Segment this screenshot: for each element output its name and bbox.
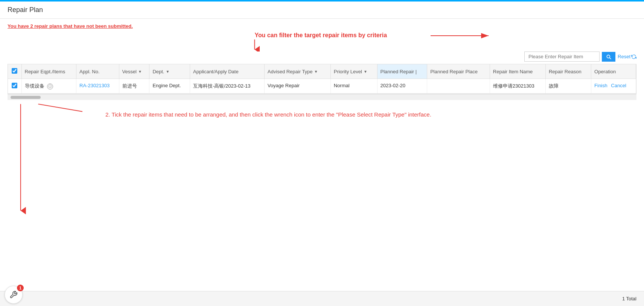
- page-title: Repair Plan: [8, 6, 636, 14]
- search-icon: [606, 54, 612, 60]
- svg-text:You can filter the target repa: You can filter the target repair items b…: [254, 32, 387, 38]
- cell-dept: Engine Dept.: [149, 79, 190, 94]
- table-row: 导缆设备 ⓘ RA-23021303 前进号 Engine Dept. 互海科技…: [8, 79, 636, 94]
- reset-label: Reset: [618, 54, 630, 59]
- annotation-area: 2. Tick the repair items that need to be…: [8, 104, 636, 224]
- header-planned-repair-place: Planned Repair Place: [427, 64, 490, 79]
- row-checkbox-cell: [8, 79, 21, 94]
- cell-priority-level: Normal: [330, 79, 377, 94]
- select-all-checkbox[interactable]: [12, 68, 17, 74]
- reset-icon: [631, 54, 636, 59]
- repair-plan-table: Repair Eqpt./Items Appl. No. Vessel ▼ De…: [8, 64, 636, 94]
- reset-button[interactable]: Reset: [618, 54, 636, 59]
- table-header-row: Repair Eqpt./Items Appl. No. Vessel ▼ De…: [8, 64, 636, 79]
- svg-line-8: [38, 104, 82, 112]
- cancel-link[interactable]: Cancel: [611, 83, 626, 88]
- header-planned-repair: Planned Repair |: [377, 64, 427, 79]
- search-bar: Reset: [8, 52, 636, 62]
- header-repair-item: Repair Eqpt./Items: [21, 64, 76, 79]
- header-checkbox-cell: [8, 64, 21, 79]
- advised-repair-dropdown-icon: ▼: [314, 70, 318, 74]
- cell-planned-repair-place: [427, 79, 490, 94]
- vessel-dropdown-icon: ▼: [138, 70, 142, 74]
- info-icon[interactable]: ⓘ: [47, 83, 53, 89]
- content-area: You have 2 repair plans that have not be…: [0, 19, 644, 229]
- header-appl-no: Appl. No.: [76, 64, 119, 79]
- table-wrapper: Repair Eqpt./Items Appl. No. Vessel ▼ De…: [8, 64, 636, 94]
- cell-appl-no: RA-23021303: [76, 79, 119, 94]
- header-repair-reason: Repair Reason: [545, 64, 591, 79]
- cell-planned-repair: 2023-02-20: [377, 79, 427, 94]
- annotation-step2: 2. Tick the repair items that need to be…: [105, 111, 621, 118]
- cell-repair-item-name: 维修申请23021303: [490, 79, 545, 94]
- cell-vessel: 前进号: [119, 79, 149, 94]
- cell-advised-repair-type: Voyage Repair: [264, 79, 330, 94]
- header-priority-level: Priority Level ▼: [330, 64, 377, 79]
- search-button[interactable]: [602, 52, 615, 62]
- filter-hint-area: You can filter the target repair items b…: [8, 29, 636, 52]
- scrollbar-thumb[interactable]: [11, 96, 41, 99]
- dept-dropdown-icon: ▼: [166, 70, 169, 74]
- header-applicant: Applicant/Apply Date: [190, 64, 265, 79]
- notice-bar: You have 2 repair plans that have not be…: [8, 23, 636, 29]
- page-header: Repair Plan: [0, 2, 644, 19]
- cell-applicant: 互海科技-高银/2023-02-13: [190, 79, 265, 94]
- header-vessel: Vessel ▼: [119, 64, 149, 79]
- cell-operation: Finish Cancel: [591, 79, 636, 94]
- header-dept: Dept. ▼: [149, 64, 190, 79]
- row-checkbox[interactable]: [12, 83, 17, 88]
- finish-link[interactable]: Finish: [594, 83, 607, 88]
- header-repair-item-name: Repair Item Name: [490, 64, 545, 79]
- cell-repair-reason: 故障: [545, 79, 591, 94]
- header-operation: Operation: [591, 64, 636, 79]
- search-input[interactable]: [524, 52, 600, 62]
- header-advised-repair-type: Advised Repair Type ▼: [264, 64, 330, 79]
- appl-no-link[interactable]: RA-23021303: [79, 83, 110, 88]
- cell-repair-item: 导缆设备 ⓘ: [21, 79, 76, 94]
- unsubmitted-notice-link[interactable]: You have 2 repair plans that have not be…: [8, 23, 133, 29]
- horizontal-scrollbar[interactable]: [8, 94, 636, 100]
- priority-dropdown-icon: ▼: [364, 70, 367, 74]
